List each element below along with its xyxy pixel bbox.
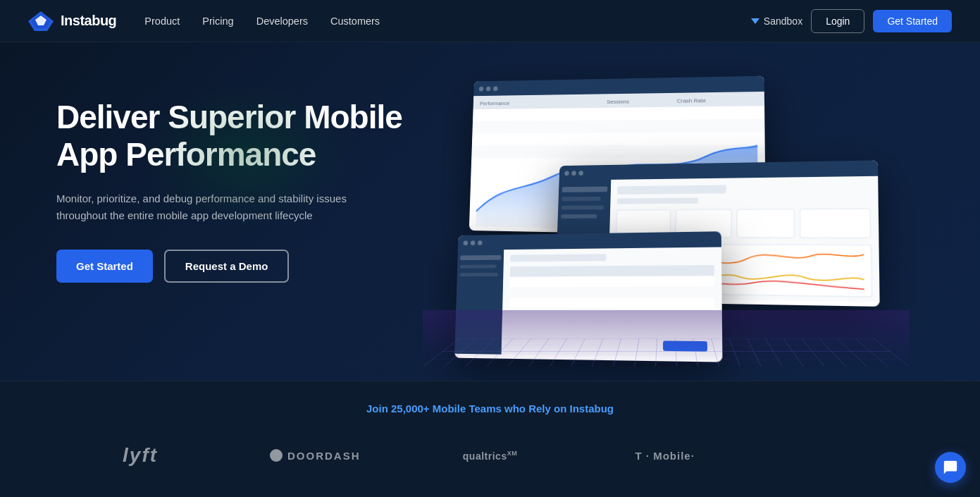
brand-logo[interactable]: Instabug xyxy=(28,11,116,31)
sandbox-label: Sandbox xyxy=(764,16,802,27)
svg-rect-31 xyxy=(509,276,714,287)
brand-name: Instabug xyxy=(61,13,116,29)
hero-title: Deliver Superior Mobile App Performance xyxy=(56,99,423,173)
svg-rect-18 xyxy=(617,198,698,204)
svg-rect-30 xyxy=(510,265,714,277)
svg-text:Sessions: Sessions xyxy=(607,98,629,105)
svg-rect-22 xyxy=(800,209,870,238)
logo-lyft: lyft xyxy=(108,437,172,474)
hero-content: Deliver Superior Mobile App Performance … xyxy=(56,85,423,283)
hero-buttons: Get Started Request a Demo xyxy=(56,250,423,283)
svg-rect-17 xyxy=(617,185,726,195)
get-started-nav-button[interactable]: Get Started xyxy=(873,10,952,32)
chat-button[interactable] xyxy=(935,452,966,483)
svg-rect-21 xyxy=(737,209,794,238)
logo-doordash: DOORDASH xyxy=(256,442,375,469)
navbar: Instabug Product Pricing Developers Cust… xyxy=(0,0,980,42)
logo-toyota: TOYOTA xyxy=(616,493,714,498)
hero-get-started-button[interactable]: Get Started xyxy=(56,250,153,283)
svg-point-36 xyxy=(270,449,283,462)
svg-rect-27 xyxy=(460,264,496,268)
logos-headline: Join 25,000+ Mobile Teams who Rely on In… xyxy=(56,403,924,415)
login-button[interactable]: Login xyxy=(811,9,864,33)
nav-link-pricing[interactable]: Pricing xyxy=(202,16,233,27)
svg-rect-26 xyxy=(460,255,501,260)
svg-rect-15 xyxy=(562,205,604,209)
logo-ihg: IHG xyxy=(455,488,524,497)
nav-link-customers[interactable]: Customers xyxy=(330,16,380,27)
logos-count: 25,000+ xyxy=(391,403,430,415)
sandbox-icon xyxy=(751,18,759,24)
hero-visual: Performance Sessions Crash Rate xyxy=(409,85,924,352)
hero-request-demo-button[interactable]: Request a Demo xyxy=(164,250,290,283)
logo-abinbev: ABInBev xyxy=(275,493,355,498)
logo-tmobile: T · Mobile· xyxy=(621,443,709,469)
svg-rect-14 xyxy=(562,197,600,201)
nav-right: Sandbox Login Get Started xyxy=(751,9,952,33)
svg-rect-6 xyxy=(472,119,764,134)
logo-qualtrics: qualtricsXM xyxy=(449,443,531,469)
nav-link-developers[interactable]: Developers xyxy=(256,16,308,27)
logos-grid: lyft DOORDASH qualtricsXM T · Mobile· SA… xyxy=(56,437,924,497)
dashboard-mockup: Performance Sessions Crash Rate xyxy=(409,78,924,352)
hero-section: Deliver Superior Mobile App Performance … xyxy=(0,42,980,381)
svg-rect-13 xyxy=(562,187,608,192)
grid-platform xyxy=(423,310,910,367)
logo-deutsche-bank: Deutsche Bank xyxy=(785,493,895,498)
nav-link-product[interactable]: Product xyxy=(144,16,180,27)
logos-headline-suffix: Mobile Teams who Rely on Instabug xyxy=(430,403,614,415)
svg-rect-29 xyxy=(510,254,606,262)
logos-section: Join 25,000+ Mobile Teams who Rely on In… xyxy=(0,381,980,497)
svg-text:Crash Rate: Crash Rate xyxy=(677,97,706,104)
svg-rect-7 xyxy=(472,132,765,146)
svg-text:Performance: Performance xyxy=(480,100,510,106)
svg-rect-32 xyxy=(509,287,714,297)
svg-rect-16 xyxy=(561,214,597,219)
logo-samsung: SAMSUNG xyxy=(87,491,194,497)
nav-links: Product Pricing Developers Customers xyxy=(144,16,751,27)
svg-rect-33 xyxy=(509,297,714,309)
hero-subtitle: Monitor, prioritize, and debug performan… xyxy=(56,190,352,224)
svg-rect-28 xyxy=(459,273,497,276)
logos-headline-prefix: Join xyxy=(366,403,391,415)
sandbox-button[interactable]: Sandbox xyxy=(751,16,802,27)
